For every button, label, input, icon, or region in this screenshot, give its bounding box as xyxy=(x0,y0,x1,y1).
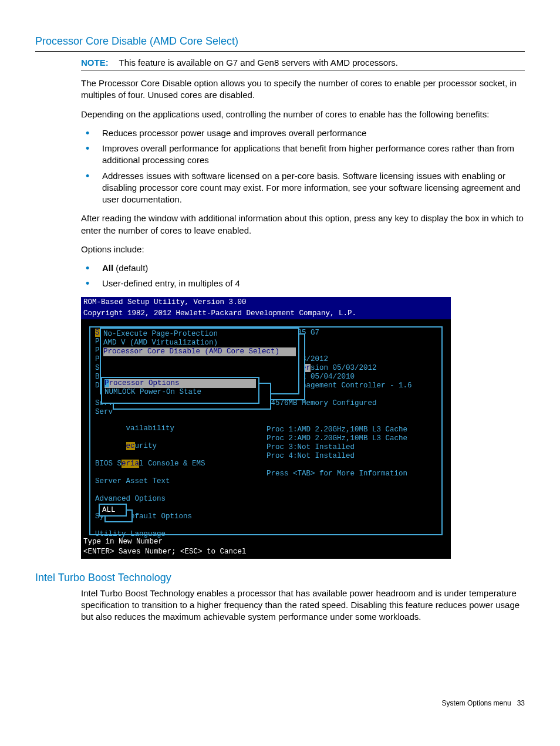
submenu-item: No-Execute Page-Protection xyxy=(103,330,296,339)
note-text: This feature is available on G7 and Gen8… xyxy=(119,58,398,67)
info-line xyxy=(266,417,412,426)
info-line: Proc 3:Not Installed xyxy=(266,443,412,452)
benefit-list: Reduces processor power usage and improv… xyxy=(81,127,525,206)
bios-header-line1: ROM-Based Setup Utility, Version 3.00 xyxy=(81,297,451,308)
bios-entry-box[interactable]: ALL xyxy=(99,504,127,517)
bios-header-line2: Copyright 1982, 2012 Hewlett-Packard Dev… xyxy=(81,308,451,319)
paragraph: The Processor Core Disable option allows… xyxy=(81,77,525,102)
list-item: All (default) xyxy=(81,262,525,274)
list-item: Reduces processor power usage and improv… xyxy=(81,127,525,139)
info-line: Proc 2:AMD 2.20GHz,10MB L3 Cache xyxy=(266,434,412,443)
bios-screenshot: ROM-Based Setup Utility, Version 3.00 Co… xyxy=(81,297,451,559)
bios-left-menu-tail: Serv vailability Serv ecurity BIOS Seria… xyxy=(95,416,205,548)
info-line: Press <TAB> for More Information xyxy=(266,470,412,478)
submenu-item-selected: Processor Core Disable (AMD Core Select) xyxy=(103,347,296,356)
submenu-item: AMD V (AMD Virtualization) xyxy=(103,339,296,347)
options-list: All (default) User-defined entry, in mul… xyxy=(81,262,525,290)
option-all-bold: All xyxy=(102,263,113,273)
note-label: NOTE: xyxy=(81,58,109,67)
option-all-rest: (default) xyxy=(113,263,148,273)
page-footer: System Options menu 33 xyxy=(35,699,525,707)
proc-item-selected: Processor Options xyxy=(104,379,256,388)
bios-footer-line2: <ENTER> Saves Number; <ESC> to Cancel xyxy=(81,548,451,558)
info-line xyxy=(266,461,412,470)
submenu-item xyxy=(103,356,296,365)
page-number: 33 xyxy=(517,699,525,707)
rule xyxy=(81,70,525,70)
rule xyxy=(35,51,525,52)
paragraph: Intel Turbo Boost Technology enables a p… xyxy=(81,588,525,623)
list-item: Addresses issues with software licensed … xyxy=(81,170,525,206)
list-item: Improves overall performance for applica… xyxy=(81,143,525,167)
paragraph: Depending on the applications used, cont… xyxy=(81,109,525,120)
note-line: NOTE: This feature is available on G7 an… xyxy=(81,58,525,67)
info-line: Proc 1:AMD 2.20GHz,10MB L3 Cache xyxy=(266,426,412,434)
section-heading-intel-turbo: Intel Turbo Boost Technology xyxy=(35,572,525,584)
paragraph: Options include: xyxy=(81,244,525,255)
paragraph: After reading the window with additional… xyxy=(81,212,525,237)
section-heading-processor-core-disable: Processor Core Disable (AMD Core Select) xyxy=(35,35,525,48)
proc-item: NUMLOCK Power-On State xyxy=(104,388,256,397)
info-line: 24576MB Memory Configured xyxy=(266,399,412,408)
info-line xyxy=(266,408,412,417)
info-line: Proc 4:Not Installed xyxy=(266,452,412,461)
footer-text: System Options menu xyxy=(442,699,511,707)
bios-proc-panel: Processor Options NUMLOCK Power-On State xyxy=(101,377,259,404)
list-item: User-defined entry, in multiples of 4 xyxy=(81,278,525,289)
